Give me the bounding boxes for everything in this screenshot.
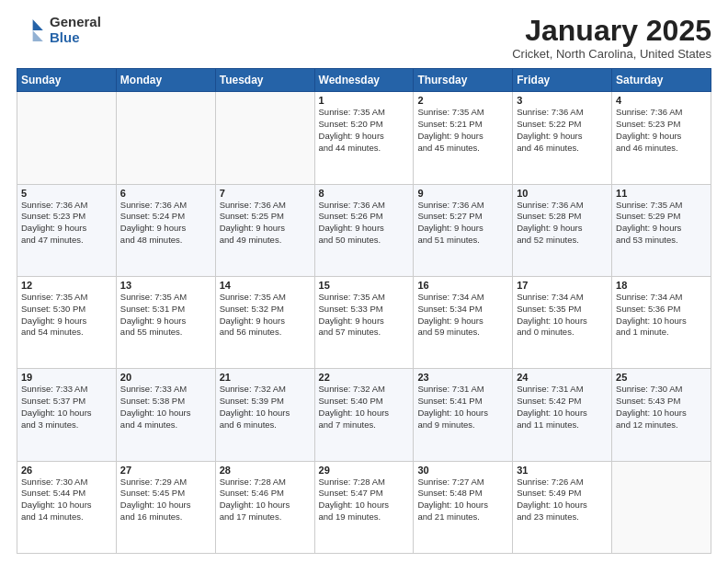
col-monday: Monday [116, 69, 215, 92]
day-info: Sunrise: 7:35 AM Sunset: 5:30 PM Dayligh… [21, 292, 112, 339]
day-number: 8 [319, 188, 410, 199]
day-info: Sunrise: 7:31 AM Sunset: 5:42 PM Dayligh… [517, 384, 608, 431]
table-row: 18Sunrise: 7:34 AM Sunset: 5:36 PM Dayli… [612, 276, 711, 368]
day-number: 28 [220, 465, 311, 476]
day-number: 20 [120, 372, 211, 383]
header: General Blue January 2025 Cricket, North… [17, 15, 711, 61]
day-number: 17 [517, 280, 608, 291]
day-number: 7 [220, 188, 311, 199]
month-year-title: January 2025 [512, 15, 711, 47]
table-row: 26Sunrise: 7:30 AM Sunset: 5:44 PM Dayli… [17, 461, 117, 553]
calendar-week-5: 26Sunrise: 7:30 AM Sunset: 5:44 PM Dayli… [17, 461, 711, 553]
col-tuesday: Tuesday [215, 69, 314, 92]
table-row: 6Sunrise: 7:36 AM Sunset: 5:24 PM Daylig… [116, 184, 215, 276]
logo-icon [17, 16, 46, 45]
day-info: Sunrise: 7:36 AM Sunset: 5:27 PM Dayligh… [417, 200, 508, 247]
col-thursday: Thursday [414, 69, 513, 92]
day-info: Sunrise: 7:35 AM Sunset: 5:21 PM Dayligh… [417, 107, 508, 154]
day-info: Sunrise: 7:34 AM Sunset: 5:35 PM Dayligh… [517, 292, 608, 339]
day-number: 4 [616, 95, 707, 106]
day-number: 23 [417, 372, 508, 383]
day-number: 9 [417, 188, 508, 199]
day-info: Sunrise: 7:33 AM Sunset: 5:38 PM Dayligh… [120, 384, 211, 431]
day-info: Sunrise: 7:36 AM Sunset: 5:22 PM Dayligh… [517, 107, 608, 154]
calendar-week-1: 1Sunrise: 7:35 AM Sunset: 5:20 PM Daylig… [17, 92, 711, 184]
day-info: Sunrise: 7:31 AM Sunset: 5:41 PM Dayligh… [417, 384, 508, 431]
day-info: Sunrise: 7:30 AM Sunset: 5:43 PM Dayligh… [616, 384, 707, 431]
col-friday: Friday [513, 69, 612, 92]
day-info: Sunrise: 7:30 AM Sunset: 5:44 PM Dayligh… [21, 477, 112, 523]
calendar-table: Sunday Monday Tuesday Wednesday Thursday… [17, 68, 711, 554]
table-row: 28Sunrise: 7:28 AM Sunset: 5:46 PM Dayli… [215, 461, 314, 553]
day-number: 27 [120, 465, 211, 476]
table-row: 16Sunrise: 7:34 AM Sunset: 5:34 PM Dayli… [414, 276, 513, 368]
day-number: 3 [517, 95, 608, 106]
day-number: 13 [120, 280, 211, 291]
table-row: 8Sunrise: 7:36 AM Sunset: 5:26 PM Daylig… [314, 184, 414, 276]
table-row: 31Sunrise: 7:26 AM Sunset: 5:49 PM Dayli… [513, 461, 612, 553]
day-info: Sunrise: 7:32 AM Sunset: 5:39 PM Dayligh… [220, 384, 311, 431]
day-info: Sunrise: 7:34 AM Sunset: 5:34 PM Dayligh… [417, 292, 508, 339]
day-info: Sunrise: 7:35 AM Sunset: 5:33 PM Dayligh… [319, 292, 410, 339]
day-number: 26 [21, 465, 112, 476]
day-number: 11 [616, 188, 707, 199]
table-row: 20Sunrise: 7:33 AM Sunset: 5:38 PM Dayli… [116, 369, 215, 461]
table-row: 11Sunrise: 7:35 AM Sunset: 5:29 PM Dayli… [612, 184, 711, 276]
day-number: 16 [417, 280, 508, 291]
day-number: 21 [220, 372, 311, 383]
table-row: 12Sunrise: 7:35 AM Sunset: 5:30 PM Dayli… [17, 276, 117, 368]
day-number: 30 [417, 465, 508, 476]
day-number: 5 [21, 188, 112, 199]
day-number: 31 [517, 465, 608, 476]
table-row: 15Sunrise: 7:35 AM Sunset: 5:33 PM Dayli… [314, 276, 414, 368]
title-section: January 2025 Cricket, North Carolina, Un… [512, 15, 711, 61]
day-number: 15 [319, 280, 410, 291]
day-number: 12 [21, 280, 112, 291]
table-row: 21Sunrise: 7:32 AM Sunset: 5:39 PM Dayli… [215, 369, 314, 461]
table-row: 24Sunrise: 7:31 AM Sunset: 5:42 PM Dayli… [513, 369, 612, 461]
table-row: 5Sunrise: 7:36 AM Sunset: 5:23 PM Daylig… [17, 184, 117, 276]
day-info: Sunrise: 7:36 AM Sunset: 5:28 PM Dayligh… [517, 200, 608, 247]
day-number: 25 [616, 372, 707, 383]
day-number: 6 [120, 188, 211, 199]
table-row: 25Sunrise: 7:30 AM Sunset: 5:43 PM Dayli… [612, 369, 711, 461]
day-info: Sunrise: 7:29 AM Sunset: 5:45 PM Dayligh… [120, 477, 211, 523]
calendar-week-3: 12Sunrise: 7:35 AM Sunset: 5:30 PM Dayli… [17, 276, 711, 368]
table-row [612, 461, 711, 553]
day-info: Sunrise: 7:26 AM Sunset: 5:49 PM Dayligh… [517, 477, 608, 523]
table-row: 14Sunrise: 7:35 AM Sunset: 5:32 PM Dayli… [215, 276, 314, 368]
table-row [215, 92, 314, 184]
table-row: 7Sunrise: 7:36 AM Sunset: 5:25 PM Daylig… [215, 184, 314, 276]
table-row: 17Sunrise: 7:34 AM Sunset: 5:35 PM Dayli… [513, 276, 612, 368]
col-wednesday: Wednesday [314, 69, 414, 92]
day-info: Sunrise: 7:36 AM Sunset: 5:23 PM Dayligh… [21, 200, 112, 247]
day-number: 1 [319, 95, 410, 106]
day-number: 10 [517, 188, 608, 199]
table-row: 13Sunrise: 7:35 AM Sunset: 5:31 PM Dayli… [116, 276, 215, 368]
table-row: 4Sunrise: 7:36 AM Sunset: 5:23 PM Daylig… [612, 92, 711, 184]
day-info: Sunrise: 7:34 AM Sunset: 5:36 PM Dayligh… [616, 292, 707, 339]
day-info: Sunrise: 7:36 AM Sunset: 5:23 PM Dayligh… [616, 107, 707, 154]
logo-text: General Blue [50, 15, 101, 45]
day-info: Sunrise: 7:35 AM Sunset: 5:32 PM Dayligh… [220, 292, 311, 339]
day-info: Sunrise: 7:32 AM Sunset: 5:40 PM Dayligh… [319, 384, 410, 431]
table-row [17, 92, 117, 184]
location-text: Cricket, North Carolina, United States [512, 47, 711, 61]
table-row: 27Sunrise: 7:29 AM Sunset: 5:45 PM Dayli… [116, 461, 215, 553]
day-number: 19 [21, 372, 112, 383]
day-number: 2 [417, 95, 508, 106]
logo-general-text: General [50, 15, 101, 30]
logo: General Blue [17, 15, 101, 45]
calendar-week-2: 5Sunrise: 7:36 AM Sunset: 5:23 PM Daylig… [17, 184, 711, 276]
page: General Blue January 2025 Cricket, North… [0, 0, 728, 563]
day-info: Sunrise: 7:35 AM Sunset: 5:29 PM Dayligh… [616, 200, 707, 247]
table-row [116, 92, 215, 184]
table-row: 19Sunrise: 7:33 AM Sunset: 5:37 PM Dayli… [17, 369, 117, 461]
day-info: Sunrise: 7:28 AM Sunset: 5:46 PM Dayligh… [220, 477, 311, 523]
table-row: 10Sunrise: 7:36 AM Sunset: 5:28 PM Dayli… [513, 184, 612, 276]
day-info: Sunrise: 7:35 AM Sunset: 5:20 PM Dayligh… [319, 107, 410, 154]
table-row: 23Sunrise: 7:31 AM Sunset: 5:41 PM Dayli… [414, 369, 513, 461]
day-info: Sunrise: 7:36 AM Sunset: 5:26 PM Dayligh… [319, 200, 410, 247]
table-row: 2Sunrise: 7:35 AM Sunset: 5:21 PM Daylig… [414, 92, 513, 184]
day-info: Sunrise: 7:27 AM Sunset: 5:48 PM Dayligh… [417, 477, 508, 523]
